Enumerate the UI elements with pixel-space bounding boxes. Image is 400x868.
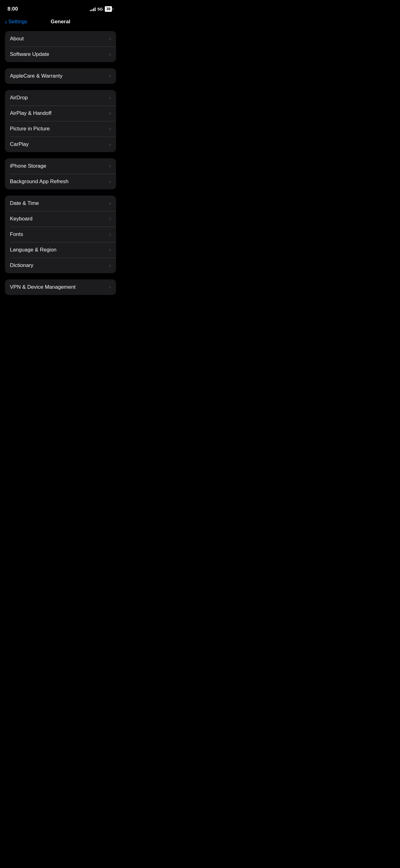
applecare-chevron-icon: › bbox=[109, 73, 111, 79]
settings-row-picture-in-picture[interactable]: Picture in Picture › bbox=[5, 121, 116, 136]
fonts-chevron-icon: › bbox=[109, 231, 111, 237]
status-time: 8:00 bbox=[7, 6, 18, 12]
settings-row-keyboard[interactable]: Keyboard › bbox=[5, 211, 116, 227]
nav-bar: ‹ Settings General bbox=[0, 16, 121, 29]
keyboard-chevron-icon: › bbox=[109, 216, 111, 222]
battery-indicator: 39 bbox=[105, 6, 113, 12]
settings-row-carplay[interactable]: CarPlay › bbox=[5, 136, 116, 152]
picture-in-picture-label: Picture in Picture bbox=[10, 126, 50, 132]
dictionary-label: Dictionary bbox=[10, 262, 33, 269]
airdrop-chevron-icon: › bbox=[109, 95, 111, 101]
back-chevron-icon: ‹ bbox=[5, 19, 7, 25]
iphone-storage-label: iPhone Storage bbox=[10, 163, 46, 169]
settings-group-3: AirDrop › AirPlay & Handoff › Picture in… bbox=[5, 90, 116, 152]
date-time-label: Date & Time bbox=[10, 200, 39, 207]
settings-row-background-app-refresh[interactable]: Background App Refresh › bbox=[5, 174, 116, 189]
software-update-chevron-icon: › bbox=[109, 52, 111, 57]
status-right: 5G 39 bbox=[90, 6, 113, 12]
settings-row-fonts[interactable]: Fonts › bbox=[5, 227, 116, 242]
signal-bars-icon bbox=[90, 7, 96, 11]
back-label: Settings bbox=[8, 19, 27, 25]
settings-content: About › Software Update › AppleCare & Wa… bbox=[0, 29, 121, 301]
keyboard-label: Keyboard bbox=[10, 216, 33, 222]
airplay-handoff-label: AirPlay & Handoff bbox=[10, 110, 52, 116]
airplay-handoff-chevron-icon: › bbox=[109, 111, 111, 116]
settings-group-1: About › Software Update › bbox=[5, 31, 116, 62]
settings-row-about[interactable]: About › bbox=[5, 31, 116, 46]
language-region-label: Language & Region bbox=[10, 247, 57, 253]
settings-row-date-time[interactable]: Date & Time › bbox=[5, 195, 116, 211]
battery-tip-icon bbox=[112, 8, 113, 10]
settings-group-4: iPhone Storage › Background App Refresh … bbox=[5, 158, 116, 189]
airdrop-label: AirDrop bbox=[10, 95, 28, 101]
page-title: General bbox=[51, 19, 70, 25]
background-app-refresh-label: Background App Refresh bbox=[10, 179, 69, 185]
settings-group-6: VPN & Device Management › bbox=[5, 279, 116, 295]
picture-in-picture-chevron-icon: › bbox=[109, 126, 111, 132]
settings-group-2: AppleCare & Warranty › bbox=[5, 68, 116, 84]
settings-group-5: Date & Time › Keyboard › Fonts › Languag… bbox=[5, 195, 116, 273]
network-label: 5G bbox=[97, 7, 103, 11]
status-bar: 8:00 5G 39 bbox=[0, 0, 121, 16]
applecare-label: AppleCare & Warranty bbox=[10, 73, 62, 79]
settings-row-applecare[interactable]: AppleCare & Warranty › bbox=[5, 68, 116, 84]
settings-row-airdrop[interactable]: AirDrop › bbox=[5, 90, 116, 105]
fonts-label: Fonts bbox=[10, 231, 23, 238]
language-region-chevron-icon: › bbox=[109, 247, 111, 253]
carplay-label: CarPlay bbox=[10, 141, 29, 148]
settings-row-airplay-handoff[interactable]: AirPlay & Handoff › bbox=[5, 105, 116, 121]
about-chevron-icon: › bbox=[109, 36, 111, 41]
battery-level: 39 bbox=[105, 6, 112, 12]
settings-row-dictionary[interactable]: Dictionary › bbox=[5, 258, 116, 273]
iphone-storage-chevron-icon: › bbox=[109, 163, 111, 169]
about-label: About bbox=[10, 36, 24, 42]
settings-row-language-region[interactable]: Language & Region › bbox=[5, 242, 116, 258]
back-button[interactable]: ‹ Settings bbox=[5, 19, 27, 25]
date-time-chevron-icon: › bbox=[109, 200, 111, 206]
software-update-label: Software Update bbox=[10, 51, 49, 57]
vpn-device-management-label: VPN & Device Management bbox=[10, 284, 76, 290]
settings-row-vpn-device-management[interactable]: VPN & Device Management › bbox=[5, 279, 116, 295]
background-app-refresh-chevron-icon: › bbox=[109, 179, 111, 184]
carplay-chevron-icon: › bbox=[109, 142, 111, 147]
vpn-device-management-chevron-icon: › bbox=[109, 284, 111, 290]
dictionary-chevron-icon: › bbox=[109, 262, 111, 268]
settings-row-software-update[interactable]: Software Update › bbox=[5, 46, 116, 62]
settings-row-iphone-storage[interactable]: iPhone Storage › bbox=[5, 158, 116, 174]
